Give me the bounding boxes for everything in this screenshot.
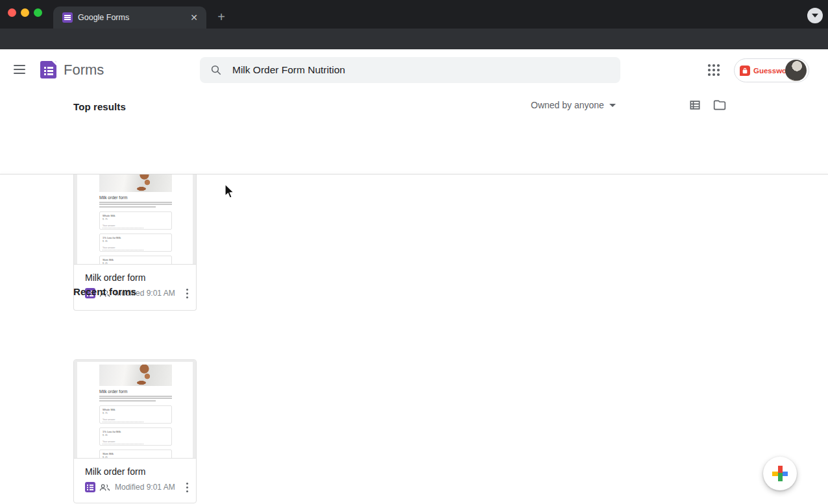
owner-filter-label: Owned by anyone — [531, 100, 604, 110]
forms-home-page: Forms Guesswork Top results Owned by any… — [0, 49, 828, 504]
search-input[interactable] — [232, 64, 610, 76]
tab-close-icon[interactable]: ✕ — [188, 12, 200, 23]
folder-icon[interactable] — [713, 99, 726, 112]
form-thumbnail: Milk order form Whole Milk$ .75Your answ… — [74, 360, 196, 459]
account-pill[interactable]: Guesswork — [734, 58, 809, 82]
card-menu-button[interactable] — [186, 289, 189, 299]
browser-titlebar: Google Forms ✕ + — [0, 0, 828, 29]
thumbnail-question: Skim Milk$ .25 — [99, 256, 172, 265]
thumbnail-description-lines — [99, 396, 172, 402]
browser-toolbar: docs.google.com/forms/u/1/?q=Milk%20Orde… — [0, 29, 828, 49]
thumbnail-question: 1% Low-fat Milk$ .35Your answer — [99, 427, 172, 446]
caret-down-icon — [609, 104, 616, 107]
recent-forms-heading: Recent forms — [73, 286, 136, 297]
forms-file-icon — [85, 482, 95, 492]
form-card-title: Milk order form — [85, 272, 185, 283]
forms-logo-icon[interactable] — [40, 61, 56, 78]
form-card-footer: Milk order form Modified 9:01 AM — [74, 459, 196, 492]
forms-favicon-icon — [62, 12, 73, 23]
thumbnail-question: 1% Low-fat Milk$ .35Your answer — [99, 234, 172, 252]
search-icon — [210, 64, 222, 76]
card-menu-button[interactable] — [186, 483, 189, 493]
modified-timestamp: Modified 9:01 AM — [115, 483, 175, 492]
guesswork-lock-icon — [740, 66, 750, 76]
google-apps-icon[interactable] — [708, 64, 720, 76]
thumbnail-form-title: Milk order form — [99, 389, 172, 394]
account-avatar[interactable] — [785, 60, 807, 81]
thumbnail-question: Whole Milk$ .75Your answer — [99, 405, 172, 424]
thumbnail-question: Skim Milk$ .25 — [99, 450, 172, 459]
chevron-down-icon[interactable] — [807, 8, 823, 23]
list-view-icon[interactable] — [688, 99, 701, 112]
create-new-form-button[interactable] — [763, 457, 797, 490]
app-title: Forms — [64, 62, 104, 78]
thumbnail-banner-image — [99, 365, 172, 386]
owner-filter-dropdown[interactable]: Owned by anyone — [531, 100, 616, 110]
form-card-recent[interactable]: Milk order form Whole Milk$ .75Your answ… — [73, 359, 197, 503]
form-card-title: Milk order form — [85, 466, 185, 477]
thumbnail-question: Whole Milk$ .75Your answer — [99, 211, 172, 230]
shared-people-icon — [99, 483, 110, 492]
main-menu-button[interactable] — [14, 65, 25, 74]
tab-title: Google Forms — [78, 13, 184, 22]
window-zoom-button[interactable] — [34, 8, 42, 17]
plus-icon — [778, 466, 783, 481]
window-close-button[interactable] — [8, 8, 16, 17]
top-results-heading: Top results — [73, 101, 126, 112]
form-thumbnail: Milk order form Whole Milk$ .75Your answ… — [74, 174, 196, 265]
thumbnail-form-title: Milk order form — [99, 195, 172, 200]
new-tab-button[interactable]: + — [214, 10, 228, 25]
search-bar[interactable] — [200, 57, 620, 83]
window-minimize-button[interactable] — [21, 8, 29, 17]
thumbnail-banner-image — [99, 174, 172, 192]
browser-tab[interactable]: Google Forms ✕ — [53, 6, 206, 29]
thumbnail-description-lines — [99, 202, 172, 208]
